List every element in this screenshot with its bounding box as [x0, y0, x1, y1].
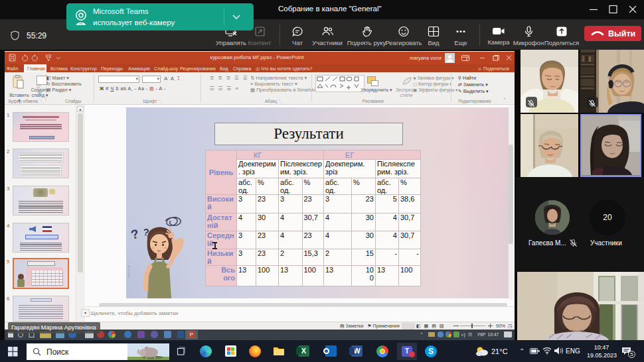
svg-text:?: ? — [129, 227, 140, 242]
svg-text:ustinka.org: ustinka.org — [127, 265, 130, 278]
